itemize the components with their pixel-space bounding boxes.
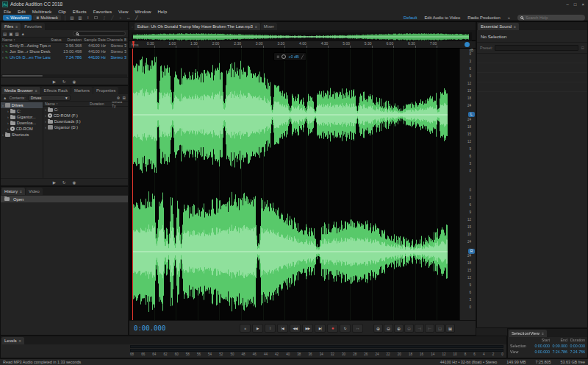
volume-knob-icon[interactable]	[282, 54, 286, 59]
panel-menu-icon[interactable]: ≡	[542, 331, 544, 336]
column-header-channels[interactable]: Channels	[106, 38, 123, 42]
amplitude-ruler[interactable]: dB 036912151824∞241815129630 03691215182…	[459, 49, 476, 321]
timeline-ruler[interactable]: hms 0:301:001:302:002:303:003:304:004:30…	[129, 41, 476, 49]
list-item-downloads-i[interactable]: ›Downloads (I:)	[43, 118, 128, 124]
disclosure-icon[interactable]: ›	[2, 49, 4, 54]
help-search-box[interactable]	[517, 15, 585, 21]
disclosure-icon[interactable]: ›	[2, 43, 4, 48]
waveform-display-icon[interactable]: ▤	[69, 15, 75, 21]
essential-sound-tab[interactable]: Essential Sound ≡	[478, 23, 519, 30]
waveform-display[interactable]: ≣ +0 dB ╱ dB 036912151824∞241815129630 0…	[129, 49, 476, 320]
paintbrush-selection-tool-icon[interactable]: ╱	[110, 15, 115, 21]
workspace-default[interactable]: Default	[404, 15, 417, 20]
play-preview-icon[interactable]: ▶	[53, 180, 56, 185]
help-search-input[interactable]	[526, 15, 578, 20]
loop-playback-button[interactable]: ↻	[340, 324, 351, 333]
column-header-bit[interactable]: B	[123, 38, 126, 42]
multitrack-view-button[interactable]: ≣Multitrack	[33, 15, 61, 21]
auto-play-icon[interactable]: ◉	[73, 79, 76, 84]
lasso-selection-tool-icon[interactable]: ʃ	[101, 15, 107, 21]
hud-volume-control[interactable]: ≣ +0 dB ╱	[273, 52, 306, 61]
move-playhead-previous-button[interactable]: |◀	[277, 324, 288, 333]
column-header-name[interactable]: Name ↑	[2, 38, 51, 42]
file-row[interactable]: ›∿Jon Ste...r Show Desk.mp313:00.4984410…	[1, 49, 128, 54]
rewind-button[interactable]: ◀◀	[290, 324, 301, 333]
playhead[interactable]	[132, 49, 133, 321]
pencil-icon[interactable]: ╱	[301, 54, 304, 59]
menu-window[interactable]: Window	[135, 9, 151, 14]
panel-menu-icon[interactable]: ≡	[19, 339, 21, 343]
panel-grip-icon[interactable]: ::	[130, 24, 134, 29]
editor-tab[interactable]: Editor: Uh Oh Donald Trump May Have Brok…	[135, 23, 260, 30]
tree-item-drives[interactable]: ›Drives	[1, 102, 43, 108]
menu-effects[interactable]: Effects	[73, 9, 87, 14]
overview-waveform-canvas[interactable]	[132, 32, 472, 41]
zoom-in-time-button[interactable]: ⊕	[373, 324, 383, 333]
menu-favorites[interactable]: Favorites	[93, 9, 112, 14]
move-playhead-next-button[interactable]: ▶|	[315, 324, 326, 333]
time-display[interactable]: 0:00.000	[134, 325, 165, 332]
list-item-cd-rom-f[interactable]: ›CD-ROM (F:)	[43, 113, 128, 118]
column-header-duration[interactable]: Duration	[61, 38, 82, 42]
minimize-button[interactable]: –	[567, 2, 569, 7]
spot-healing-brush-tool-icon[interactable]: +	[118, 15, 123, 21]
new-content-icon[interactable]: ▧	[15, 32, 18, 36]
mixer-tab[interactable]: Mixer	[261, 23, 277, 30]
tree-item-cd-rom[interactable]: ›CD-ROM	[1, 126, 43, 132]
menu-view[interactable]: View	[118, 9, 128, 14]
media-tab-properties[interactable]: Properties	[93, 87, 118, 94]
open-file-icon[interactable]: ▣	[9, 32, 12, 36]
workspace-overflow-icon[interactable]: »	[508, 15, 510, 20]
levels-tab[interactable]: Levels ≡	[1, 337, 24, 344]
menu-edit[interactable]: Edit	[18, 9, 26, 14]
preset-dropdown[interactable]	[495, 45, 578, 51]
menu-clip[interactable]: Clip	[58, 9, 66, 14]
files-search-box[interactable]	[73, 31, 126, 36]
media-tab-effects-rack[interactable]: Effects Rack	[41, 87, 71, 94]
disclosure-icon[interactable]: ›	[7, 127, 9, 131]
history-tab-history[interactable]: History≡	[1, 188, 25, 195]
marquee-selection-tool-icon[interactable]	[93, 15, 99, 21]
column-header-sample-rate[interactable]: Sample Rate	[82, 38, 106, 42]
skip-selection-button[interactable]: ↦	[352, 324, 363, 333]
zoom-to-in-point-button[interactable]: ⊣	[415, 324, 424, 333]
auto-play-icon[interactable]: ◉	[73, 180, 76, 185]
pencil-tool-icon[interactable]: ╱	[134, 15, 140, 21]
waveform-view-button[interactable]: ∿Waveform	[3, 15, 32, 21]
close-button[interactable]: ×	[581, 2, 584, 7]
zoom-out-amplitude-button[interactable]: ⊖	[404, 324, 414, 333]
file-row[interactable]: ›∿Uh Oh D...en The Law.mp37:24.78644100 …	[1, 54, 128, 60]
maximize-button[interactable]: □	[574, 2, 577, 7]
selection-view-tab[interactable]: Selection/View ≡	[509, 330, 547, 337]
panel-menu-icon[interactable]: ≡	[15, 24, 18, 29]
list-item-gigantor-d[interactable]: ›Gigantor (D:)	[43, 124, 128, 130]
zoom-to-out-point-button[interactable]: ⊢	[425, 324, 434, 333]
tree-item-shortcuts[interactable]: ›Shortcuts	[1, 132, 43, 138]
ruler-options-icon[interactable]	[465, 42, 470, 47]
workspace-edit-audio-to-video[interactable]: Edit Audio to Video	[424, 15, 460, 20]
disclosure-icon[interactable]: ›	[45, 107, 46, 112]
left-channel-badge[interactable]: L	[468, 112, 475, 117]
menu-help[interactable]: Help	[157, 9, 167, 14]
files-tab-favorites[interactable]: Favorites	[21, 23, 45, 30]
disclosure-icon[interactable]: ›	[7, 121, 9, 125]
gear-icon[interactable]: ⊛	[117, 96, 121, 100]
disclosure-icon[interactable]: ›	[2, 55, 4, 60]
history-item-open[interactable]: Open	[1, 196, 128, 202]
waveform-canvas[interactable]	[132, 49, 459, 321]
stop-button[interactable]: ■	[240, 324, 251, 333]
spectral-display-icon[interactable]: ▥	[77, 15, 83, 21]
record-button[interactable]: ●	[327, 324, 338, 333]
disclosure-icon[interactable]: ›	[45, 113, 46, 118]
panel-menu-icon[interactable]: ≡	[35, 88, 37, 93]
menu-file[interactable]: File	[4, 9, 11, 14]
file-row[interactable]: ›∿Emily R...Acting Tips.mp33:56.36844100…	[1, 43, 128, 49]
filter-icon[interactable]: ⊞	[122, 96, 126, 100]
loop-preview-icon[interactable]: ↻	[62, 79, 66, 84]
zoom-to-selection-button[interactable]: ⊡	[435, 324, 445, 333]
disclosure-icon[interactable]: ›	[45, 119, 46, 124]
disclosure-icon[interactable]: ›	[45, 125, 46, 130]
play-preview-icon[interactable]: ▶	[53, 79, 56, 84]
disclosure-icon[interactable]: ›	[7, 115, 9, 119]
save-preset-icon[interactable]: ⊟	[581, 46, 584, 50]
